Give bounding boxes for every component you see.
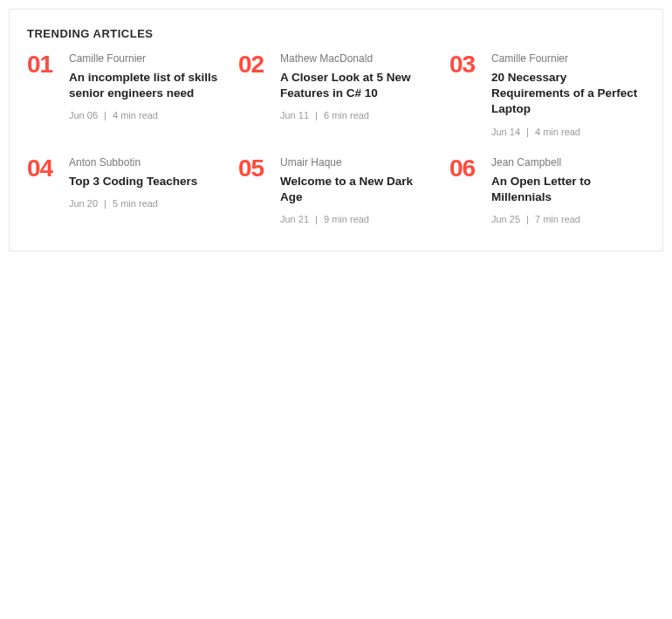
article-title[interactable]: An incomplete list of skills senior engi…	[69, 70, 223, 101]
article-author[interactable]: Anton Subbotin	[69, 156, 197, 169]
meta-separator: |	[104, 198, 106, 209]
article-meta: Jun 20 | 5 min read	[69, 198, 197, 209]
article-meta: Jun 11 | 6 min read	[280, 110, 434, 120]
trending-articles-panel: TRENDING ARTICLES 01 Camille Fournier An…	[9, 9, 663, 251]
article-author[interactable]: Umair Haque	[280, 156, 434, 169]
article-date: Jun 20	[69, 198, 98, 209]
article-author[interactable]: Jean Campbell	[491, 156, 645, 169]
article-read-time: 6 min read	[324, 110, 369, 120]
article-read-time: 5 min read	[113, 198, 158, 209]
rank-number: 04	[27, 156, 58, 181]
article-content: Anton Subbotin Top 3 Coding Teachers Jun…	[69, 156, 197, 209]
article-content: Camille Fournier An incomplete list of s…	[69, 52, 223, 120]
article-date: Jun 06	[69, 110, 98, 120]
article-date: Jun 11	[280, 110, 309, 120]
article-read-time: 7 min read	[535, 214, 580, 224]
article-title[interactable]: Top 3 Coding Teachers	[69, 174, 197, 189]
article-title[interactable]: A Closer Look at 5 New Features in C# 10	[280, 70, 434, 101]
article-title[interactable]: Welcome to a New Dark Age	[280, 174, 434, 205]
article-read-time: 4 min read	[535, 127, 580, 137]
meta-separator: |	[104, 110, 106, 120]
article-read-time: 4 min read	[113, 110, 158, 120]
article-item[interactable]: 06 Jean Campbell An Open Letter to Mille…	[449, 156, 645, 224]
article-date: Jun 25	[491, 214, 520, 224]
article-item[interactable]: 02 Mathew MacDonald A Closer Look at 5 N…	[238, 52, 434, 137]
rank-number: 01	[27, 52, 58, 77]
rank-number: 03	[449, 52, 481, 77]
articles-grid: 01 Camille Fournier An incomplete list o…	[27, 52, 645, 224]
article-item[interactable]: 03 Camille Fournier 20 Necessary Require…	[449, 52, 645, 137]
article-meta: Jun 06 | 4 min read	[69, 110, 223, 120]
article-date: Jun 14	[491, 127, 520, 137]
rank-number: 02	[238, 52, 270, 77]
article-meta: Jun 14 | 4 min read	[491, 127, 645, 137]
article-meta: Jun 21 | 9 min read	[280, 214, 434, 224]
article-item[interactable]: 04 Anton Subbotin Top 3 Coding Teachers …	[27, 156, 223, 224]
article-read-time: 9 min read	[324, 214, 369, 224]
article-author[interactable]: Camille Fournier	[491, 52, 645, 65]
article-item[interactable]: 01 Camille Fournier An incomplete list o…	[27, 52, 223, 137]
meta-separator: |	[315, 110, 318, 120]
article-item[interactable]: 05 Umair Haque Welcome to a New Dark Age…	[238, 156, 434, 224]
article-title[interactable]: An Open Letter to Millennials	[491, 174, 645, 205]
article-author[interactable]: Camille Fournier	[69, 52, 223, 65]
meta-separator: |	[526, 127, 529, 137]
meta-separator: |	[315, 214, 318, 224]
rank-number: 06	[449, 156, 481, 181]
rank-number: 05	[238, 156, 270, 181]
article-meta: Jun 25 | 7 min read	[491, 214, 645, 224]
article-content: Jean Campbell An Open Letter to Millenni…	[491, 156, 645, 224]
article-content: Mathew MacDonald A Closer Look at 5 New …	[280, 52, 434, 120]
article-content: Umair Haque Welcome to a New Dark Age Ju…	[280, 156, 434, 224]
article-date: Jun 21	[280, 214, 309, 224]
section-heading: TRENDING ARTICLES	[27, 27, 645, 40]
article-author[interactable]: Mathew MacDonald	[280, 52, 434, 65]
meta-separator: |	[526, 214, 529, 224]
article-title[interactable]: 20 Necessary Requirements of a Perfect L…	[491, 70, 645, 118]
article-content: Camille Fournier 20 Necessary Requiremen…	[491, 52, 645, 137]
